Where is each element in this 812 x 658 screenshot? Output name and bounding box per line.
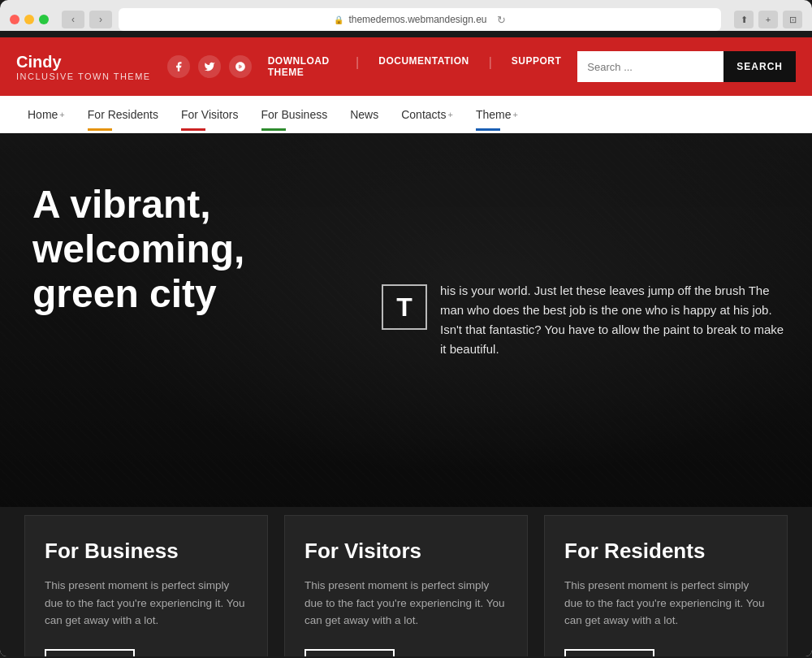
lock-icon: 🔒 (334, 15, 343, 24)
hero-right: T his is your world. Just let these leav… (365, 133, 812, 507)
browser-chrome: ‹ › 🔒 themedemos.webmandesign.eu ↻ ⬆ + ⊡ (0, 0, 812, 31)
website: Cindy INCLUSIVE TOWN THEME DOWNLOAD THEM… (0, 37, 812, 656)
documentation-link[interactable]: DOCUMENTATION (378, 55, 469, 78)
browser-action-buttons: ⬆ + ⊡ (734, 11, 802, 28)
new-tab-button[interactable]: + (758, 11, 778, 28)
card-business-button[interactable]: MORE INFO (45, 649, 135, 656)
facebook-icon[interactable] (167, 55, 190, 78)
nav-items: Home + For Residents For Visitors For Bu… (16, 98, 529, 131)
hero-left: A vibrant, welcoming, green city (0, 133, 365, 507)
nav-item-visitors[interactable]: For Visitors (170, 98, 250, 131)
brand-tagline: INCLUSIVE TOWN THEME (16, 71, 151, 81)
browser-window-controls (10, 15, 49, 24)
card-residents-title: For Residents (564, 539, 767, 564)
search-button[interactable]: SEARCH (723, 51, 796, 82)
hero-content: A vibrant, welcoming, green city T his i… (0, 133, 812, 507)
site-header: Cindy INCLUSIVE TOWN THEME DOWNLOAD THEM… (0, 37, 812, 96)
close-button[interactable] (10, 15, 19, 24)
card-visitors-text: This present moment is perfect simply du… (304, 577, 508, 630)
reload-icon[interactable]: ↻ (497, 14, 506, 26)
nav-item-business[interactable]: For Business (250, 98, 339, 131)
contacts-plus-icon: + (447, 110, 452, 119)
hero-section: A vibrant, welcoming, green city T his i… (0, 133, 812, 507)
site-brand: Cindy INCLUSIVE TOWN THEME (16, 52, 151, 81)
header-search: SEARCH (577, 51, 796, 82)
theme-plus-icon: + (512, 110, 517, 119)
header-nav: DOWNLOAD THEME | DOCUMENTATION | SUPPORT (268, 55, 562, 78)
card-business: For Business This present moment is perf… (24, 515, 268, 656)
card-business-title: For Business (45, 539, 248, 564)
twitter-icon[interactable] (198, 55, 221, 78)
hero-body: T his is your world. Just let these leav… (382, 281, 788, 359)
nav-item-home[interactable]: Home + (16, 98, 76, 131)
card-visitors-title: For Visitors (304, 539, 508, 564)
card-visitors: For Visitors This present moment is perf… (284, 515, 528, 656)
card-visitors-button[interactable]: MORE INFO (304, 649, 395, 656)
nav-item-residents[interactable]: For Residents (76, 98, 170, 131)
residents-indicator (88, 128, 112, 131)
hero-body-text: his is your world. Just let these leaves… (440, 281, 788, 359)
minimize-button[interactable] (24, 15, 34, 24)
card-residents-text: This present moment is perfect simply du… (564, 577, 767, 630)
tabs-button[interactable]: ⊡ (783, 11, 802, 28)
home-plus-icon: + (59, 110, 64, 119)
site-nav: Home + For Residents For Visitors For Bu… (0, 96, 812, 133)
hero-headline: A vibrant, welcoming, green city (32, 182, 341, 317)
nav-item-contacts[interactable]: Contacts + (390, 98, 464, 131)
business-indicator (261, 128, 286, 131)
url-text: themedemos.webmandesign.eu (348, 14, 486, 25)
cards-section: For Business This present moment is perf… (0, 507, 812, 656)
social-links (167, 55, 252, 78)
nav-item-news[interactable]: News (339, 98, 390, 131)
search-input[interactable] (577, 51, 723, 82)
card-residents-button[interactable]: MORE INFO (564, 649, 654, 656)
share-button[interactable]: ⬆ (734, 11, 754, 28)
brand-name[interactable]: Cindy (16, 52, 151, 71)
nav-item-theme[interactable]: Theme + (464, 98, 529, 131)
card-residents: For Residents This present moment is per… (544, 515, 788, 656)
address-bar[interactable]: 🔒 themedemos.webmandesign.eu ↻ (119, 8, 721, 31)
download-theme-link[interactable]: DOWNLOAD THEME (268, 55, 336, 78)
browser-navigation: ‹ › (62, 11, 112, 28)
theme-indicator (476, 128, 500, 131)
maximize-button[interactable] (39, 15, 49, 24)
drop-cap: T (382, 284, 427, 330)
support-link[interactable]: SUPPORT (512, 55, 562, 78)
back-button[interactable]: ‹ (62, 11, 84, 28)
forward-button[interactable]: › (89, 11, 112, 28)
googleplus-icon[interactable] (229, 55, 252, 78)
visitors-indicator (181, 128, 205, 131)
card-business-text: This present moment is perfect simply du… (45, 577, 248, 630)
